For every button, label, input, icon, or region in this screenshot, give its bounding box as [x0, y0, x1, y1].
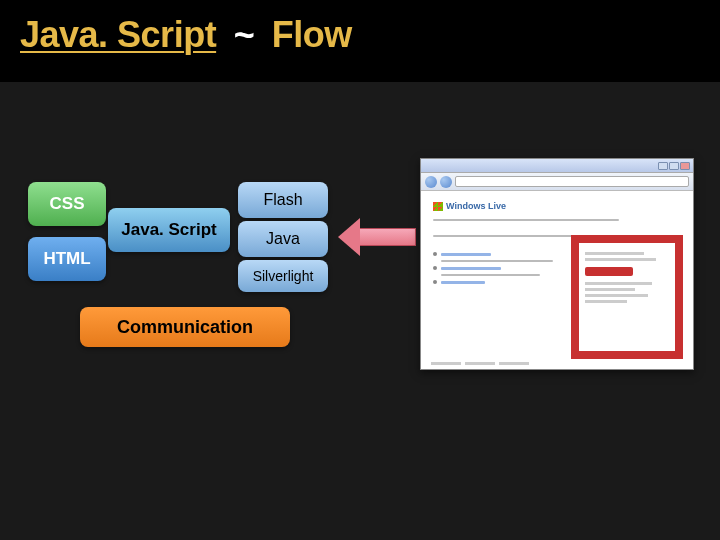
browser-page: Windows Live — [421, 191, 693, 369]
page-text-line — [441, 260, 553, 262]
slide-title: Java. Script ~ Flow — [20, 14, 700, 56]
title-part-flow: Flow — [272, 14, 352, 55]
block-java: Java — [238, 221, 328, 257]
block-flash: Flash — [238, 182, 328, 218]
page-footer — [431, 362, 683, 365]
page-link — [441, 253, 491, 256]
slide-body: CSS HTML Java. Script Flash Java Silverl… — [0, 82, 720, 540]
block-html: HTML — [28, 237, 106, 281]
address-bar — [455, 176, 689, 187]
page-text-line — [433, 219, 619, 221]
arrow-left-icon — [338, 218, 416, 256]
slide-header: Java. Script ~ Flow — [0, 0, 720, 82]
minimize-icon — [658, 162, 668, 170]
page-link — [441, 281, 485, 284]
windows-live-logo: Windows Live — [433, 201, 681, 211]
windows-flag-icon — [433, 202, 443, 211]
page-link — [441, 267, 501, 270]
title-part-javascript: Java. Script — [20, 14, 216, 55]
browser-window: Windows Live — [420, 158, 694, 370]
page-text-line — [433, 235, 582, 237]
forward-icon — [440, 176, 452, 188]
error-badge — [585, 267, 633, 276]
maximize-icon — [669, 162, 679, 170]
block-communication: Communication — [80, 307, 290, 347]
block-silverlight: Silverlight — [238, 260, 328, 292]
block-css: CSS — [28, 182, 106, 226]
highlighted-panel — [571, 235, 683, 359]
title-separator: ~ — [234, 14, 255, 55]
browser-toolbar — [421, 173, 693, 191]
close-icon — [680, 162, 690, 170]
block-javascript: Java. Script — [108, 208, 230, 252]
back-icon — [425, 176, 437, 188]
browser-titlebar — [421, 159, 693, 173]
page-text-line — [441, 274, 540, 276]
